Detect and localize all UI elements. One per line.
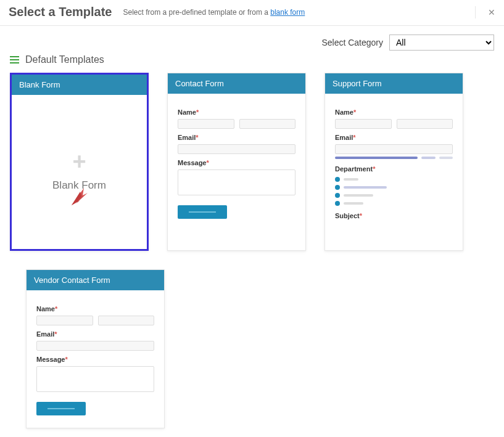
dialog-header: Select a Template Select from a pre-defi… [0, 0, 504, 26]
plus-icon: + [72, 150, 86, 173]
card-title: Contact Form [168, 73, 305, 94]
field-label: Email* [335, 134, 356, 141]
dialog-subtitle: Select from a pre-defined template or fr… [123, 8, 305, 17]
radio-option [335, 201, 453, 206]
category-label: Select Category [321, 38, 383, 47]
last-name-input [239, 119, 296, 129]
field-label: Email* [178, 134, 199, 141]
field-label: Name* [335, 108, 356, 116]
blank-form-link[interactable]: blank form [270, 8, 305, 17]
template-grid: Blank Form + Blank Form Contact Form [10, 73, 494, 251]
last-name-input [98, 316, 155, 325]
submit-button-preview [36, 402, 86, 415]
field-label: Name* [178, 108, 199, 116]
template-grid-row2: Vendor Contact Form Name* Email* Message… [10, 269, 494, 428]
radio-option [335, 193, 453, 198]
card-title: Support Form [325, 73, 463, 94]
name-inputs [335, 119, 453, 129]
field-label: Message* [36, 356, 68, 363]
dialog-title: Select a Template [9, 5, 112, 19]
subtitle-text: Select from a pre-defined template or fr… [123, 8, 270, 17]
submit-button-preview [178, 205, 227, 219]
card-body: Name* Email* Message* [27, 290, 164, 428]
category-row: Select Category All [10, 35, 494, 51]
message-textarea [36, 366, 154, 392]
field-label: Department* [335, 165, 375, 173]
card-body: Name* Email* Message* [168, 94, 305, 231]
section-title: Default Templates [25, 54, 104, 65]
template-card-vendor[interactable]: Vendor Contact Form Name* Email* Message… [26, 269, 165, 428]
strength-bar [335, 157, 453, 159]
first-name-input [36, 316, 93, 325]
template-card-support[interactable]: Support Form Name* Email* Department* [324, 73, 463, 251]
field-label: Subject* [335, 212, 362, 219]
cursor-arrow-icon [69, 184, 90, 206]
first-name-input [335, 119, 392, 129]
section-header: Default Templates [10, 54, 494, 65]
category-select[interactable]: All [389, 35, 494, 51]
radio-option [335, 185, 453, 190]
email-input [178, 144, 295, 154]
hamburger-icon[interactable] [10, 56, 19, 63]
name-inputs [36, 316, 154, 325]
first-name-input [178, 119, 234, 129]
message-textarea [178, 169, 295, 195]
radio-option [335, 177, 453, 182]
field-label: Message* [178, 159, 209, 166]
last-name-input [397, 119, 453, 129]
card-body: Name* Email* Department* Subject* [325, 94, 463, 233]
field-label: Email* [36, 330, 57, 338]
card-body: + Blank Form [12, 95, 147, 249]
card-title: Blank Form [12, 75, 147, 95]
template-card-contact[interactable]: Contact Form Name* Email* Message* [167, 73, 306, 251]
template-card-blank[interactable]: Blank Form + Blank Form [10, 73, 149, 251]
dialog-body: Select Category All Default Templates Bl… [0, 26, 504, 437]
field-label: Name* [36, 305, 57, 312]
close-icon[interactable]: ✕ [475, 6, 495, 18]
email-input [36, 341, 154, 351]
name-inputs [178, 119, 295, 129]
email-input [335, 144, 453, 154]
card-title: Vendor Contact Form [27, 270, 164, 290]
